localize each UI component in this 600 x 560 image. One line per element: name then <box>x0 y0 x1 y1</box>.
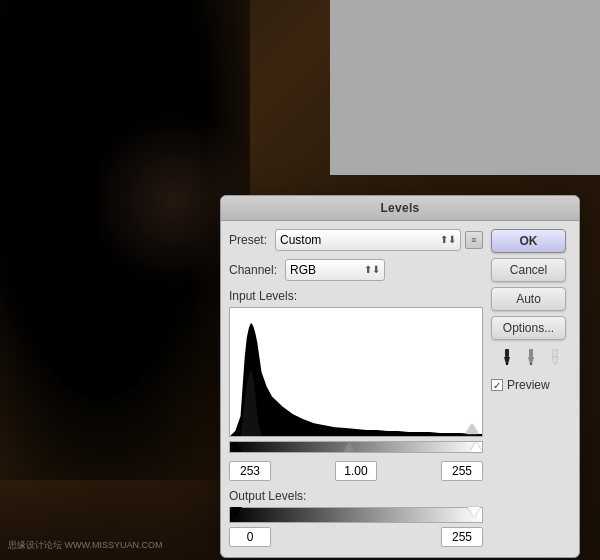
histogram-container <box>229 307 483 437</box>
output-black-slider[interactable] <box>230 507 242 517</box>
channel-arrows-icon: ⬆⬇ <box>364 265 380 275</box>
preset-value: Custom <box>280 233 321 247</box>
watermark: 思缘设计论坛 WWW.MISSYUAN.COM <box>8 540 163 552</box>
channel-dropdown[interactable]: RGB ⬆⬇ <box>285 259 385 281</box>
preset-label: Preset: <box>229 233 267 247</box>
input-white-value[interactable]: 255 <box>441 461 483 481</box>
preset-dropdown[interactable]: Custom ⬆⬇ <box>275 229 461 251</box>
white-eyedropper-button[interactable] <box>545 347 565 367</box>
eyedropper-row <box>491 347 571 367</box>
svg-rect-8 <box>530 363 532 365</box>
white-eyedropper-icon <box>547 349 563 365</box>
black-eyedropper-icon <box>499 349 515 365</box>
dialog-title: Levels <box>380 201 419 215</box>
output-levels-label: Output Levels: <box>229 489 483 503</box>
cancel-button[interactable]: Cancel <box>491 258 566 282</box>
image-preview-area <box>330 0 600 175</box>
svg-rect-3 <box>505 349 509 357</box>
options-button[interactable]: Options... <box>491 316 566 340</box>
input-slider-track <box>229 441 483 457</box>
input-black-value[interactable]: 253 <box>229 461 271 481</box>
svg-rect-5 <box>506 363 508 365</box>
preset-options-button[interactable]: ≡ <box>465 231 483 249</box>
gray-eyedropper-icon <box>523 349 539 365</box>
preview-checkbox[interactable]: ✓ <box>491 379 503 391</box>
input-mid-value[interactable]: 1.00 <box>335 461 377 481</box>
preset-arrows-icon: ⬆⬇ <box>440 235 456 245</box>
preview-label: Preview <box>507 378 550 392</box>
output-values-row: 0 255 <box>229 527 483 547</box>
svg-rect-9 <box>553 349 557 357</box>
preset-row: Preset: Custom ⬆⬇ ≡ <box>229 229 483 251</box>
channel-value: RGB <box>290 263 316 277</box>
input-white-slider[interactable] <box>470 442 482 452</box>
output-white-value[interactable]: 255 <box>441 527 483 547</box>
dialog-left-panel: Preset: Custom ⬆⬇ ≡ Channel: RGB ⬆⬇ Inpu… <box>229 229 483 547</box>
auto-button[interactable]: Auto <box>491 287 566 311</box>
input-levels-label: Input Levels: <box>229 289 483 303</box>
svg-marker-10 <box>552 357 558 364</box>
histogram-chart <box>230 308 482 436</box>
histogram-white-slider[interactable] <box>466 424 478 434</box>
input-gradient-track[interactable] <box>229 441 483 453</box>
channel-label: Channel: <box>229 263 277 277</box>
svg-marker-7 <box>528 357 534 364</box>
gray-eyedropper-button[interactable] <box>521 347 541 367</box>
svg-rect-6 <box>529 349 533 357</box>
preview-row: ✓ Preview <box>491 378 571 392</box>
preset-options-icon: ≡ <box>471 235 476 245</box>
output-slider-track[interactable] <box>229 507 483 523</box>
dialog-titlebar: Levels <box>221 196 579 221</box>
check-mark-icon: ✓ <box>493 380 501 391</box>
input-mid-slider[interactable] <box>343 442 355 452</box>
black-eyedropper-button[interactable] <box>497 347 517 367</box>
input-values-row: 253 1.00 255 <box>229 461 483 481</box>
svg-marker-4 <box>504 357 510 364</box>
input-black-slider[interactable] <box>230 442 242 452</box>
output-black-value[interactable]: 0 <box>229 527 271 547</box>
svg-rect-11 <box>554 363 556 365</box>
channel-row: Channel: RGB ⬆⬇ <box>229 259 483 281</box>
ok-button[interactable]: OK <box>491 229 566 253</box>
output-white-slider[interactable] <box>468 507 480 517</box>
levels-dialog: Levels Preset: Custom ⬆⬇ ≡ Channel: RGB <box>220 195 580 558</box>
dialog-right-panel: OK Cancel Auto Options... <box>491 229 571 547</box>
